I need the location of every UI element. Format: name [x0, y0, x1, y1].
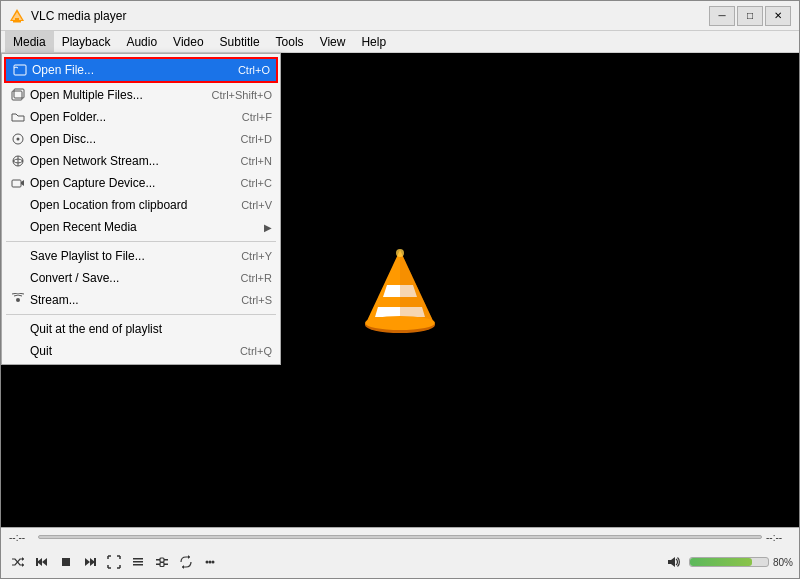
- svg-rect-33: [156, 559, 160, 561]
- svg-marker-44: [668, 557, 675, 567]
- menu-entry-quit-end[interactable]: Quit at the end of playlist: [2, 318, 280, 340]
- prev-button[interactable]: [31, 551, 53, 573]
- svg-rect-34: [164, 559, 168, 561]
- close-button[interactable]: ✕: [765, 6, 791, 26]
- minimize-button[interactable]: ─: [709, 6, 735, 26]
- save-playlist-shortcut: Ctrl+Y: [241, 250, 272, 262]
- menu-entry-open-multiple[interactable]: Open Multiple Files... Ctrl+Shift+O: [2, 84, 280, 106]
- quit-label: Quit: [30, 344, 220, 358]
- bottom-controls: --:-- --:--: [1, 527, 799, 578]
- svg-rect-32: [133, 564, 143, 566]
- svg-marker-24: [42, 558, 47, 566]
- svg-rect-11: [12, 180, 21, 187]
- title-bar: VLC media player ─ □ ✕: [1, 1, 799, 31]
- svg-rect-25: [36, 558, 38, 566]
- svg-point-19: [365, 316, 435, 330]
- separator-1: [6, 241, 276, 242]
- menu-entry-open-folder[interactable]: Open Folder... Ctrl+F: [2, 106, 280, 128]
- menu-subtitle[interactable]: Subtitle: [212, 31, 268, 52]
- svg-rect-3: [13, 21, 21, 23]
- menu-entry-stream[interactable]: Stream... Ctrl+S: [2, 289, 280, 311]
- svg-marker-21: [22, 557, 24, 561]
- seek-time-start: --:--: [9, 532, 34, 543]
- svg-rect-35: [160, 558, 164, 562]
- svg-rect-29: [94, 558, 96, 566]
- stream-shortcut: Ctrl+S: [241, 294, 272, 306]
- svg-rect-38: [160, 563, 164, 567]
- menu-entry-save-playlist[interactable]: Save Playlist to File... Ctrl+Y: [2, 245, 280, 267]
- svg-point-42: [209, 561, 212, 564]
- save-playlist-icon: [10, 248, 26, 264]
- volume-area: 80%: [663, 551, 793, 573]
- toggle-playlist-button[interactable]: [127, 551, 149, 573]
- menu-entry-convert[interactable]: Convert / Save... Ctrl+R: [2, 267, 280, 289]
- random-button[interactable]: [199, 551, 221, 573]
- mute-button[interactable]: [663, 551, 685, 573]
- app-icon: [9, 8, 25, 24]
- svg-marker-40: [182, 565, 184, 569]
- open-recent-icon: [10, 219, 26, 235]
- stop-button[interactable]: [55, 551, 77, 573]
- menu-view[interactable]: View: [312, 31, 354, 52]
- menu-entry-open-recent[interactable]: Open Recent Media ▶: [2, 216, 280, 238]
- open-capture-icon: [10, 175, 26, 191]
- volume-label: 80%: [773, 557, 793, 568]
- stream-label: Stream...: [30, 293, 221, 307]
- open-recent-label: Open Recent Media: [30, 220, 256, 234]
- menu-entry-open-location[interactable]: Open Location from clipboard Ctrl+V: [2, 194, 280, 216]
- convert-icon: [10, 270, 26, 286]
- menu-tools[interactable]: Tools: [268, 31, 312, 52]
- menu-playback[interactable]: Playback: [54, 31, 119, 52]
- quit-end-label: Quit at the end of playlist: [30, 322, 272, 336]
- volume-bar[interactable]: [689, 557, 769, 567]
- svg-rect-30: [133, 558, 143, 560]
- svg-rect-2: [15, 18, 19, 21]
- seek-bar[interactable]: [38, 535, 762, 539]
- open-capture-label: Open Capture Device...: [30, 176, 221, 190]
- maximize-button[interactable]: □: [737, 6, 763, 26]
- menu-audio[interactable]: Audio: [118, 31, 165, 52]
- seek-time-end: --:--: [766, 532, 791, 543]
- svg-marker-28: [85, 558, 90, 566]
- volume-fill: [690, 558, 752, 566]
- open-folder-shortcut: Ctrl+F: [242, 111, 272, 123]
- svg-marker-39: [188, 555, 190, 559]
- open-disc-label: Open Disc...: [30, 132, 221, 146]
- controls-row: 80%: [1, 546, 799, 578]
- open-network-shortcut: Ctrl+N: [241, 155, 272, 167]
- menu-entry-quit[interactable]: Quit Ctrl+Q: [2, 340, 280, 362]
- open-multiple-label: Open Multiple Files...: [30, 88, 191, 102]
- seek-bar-area: --:-- --:--: [1, 528, 799, 546]
- menu-entry-open-capture[interactable]: Open Capture Device... Ctrl+C: [2, 172, 280, 194]
- svg-marker-22: [22, 563, 24, 567]
- svg-rect-36: [156, 564, 160, 566]
- open-file-shortcut: Ctrl+O: [238, 64, 270, 76]
- shuffle-button[interactable]: [7, 551, 29, 573]
- loop-button[interactable]: [175, 551, 197, 573]
- next-button[interactable]: [79, 551, 101, 573]
- open-multiple-shortcut: Ctrl+Shift+O: [211, 89, 272, 101]
- media-dropdown-menu: Open File... Ctrl+O Open Multiple Files.…: [1, 53, 281, 365]
- open-location-icon: [10, 197, 26, 213]
- menu-help[interactable]: Help: [353, 31, 394, 52]
- menu-bar: Media Playback Audio Video Subtitle Tool…: [1, 31, 799, 53]
- svg-point-43: [212, 561, 215, 564]
- stream-icon: [10, 292, 26, 308]
- menu-entry-open-disc[interactable]: Open Disc... Ctrl+D: [2, 128, 280, 150]
- quit-shortcut: Ctrl+Q: [240, 345, 272, 357]
- menu-video[interactable]: Video: [165, 31, 211, 52]
- fullscreen-button[interactable]: [103, 551, 125, 573]
- window-title: VLC media player: [31, 9, 709, 23]
- quit-end-icon: [10, 321, 26, 337]
- svg-marker-17: [400, 250, 435, 325]
- vlc-logo: [360, 245, 440, 335]
- svg-rect-31: [133, 561, 143, 563]
- open-file-label: Open File...: [32, 63, 218, 77]
- menu-media[interactable]: Media: [5, 31, 54, 52]
- menu-entry-open-file[interactable]: Open File... Ctrl+O: [4, 57, 278, 83]
- menu-entry-open-network[interactable]: Open Network Stream... Ctrl+N: [2, 150, 280, 172]
- submenu-arrow-icon: ▶: [264, 222, 272, 233]
- open-location-label: Open Location from clipboard: [30, 198, 221, 212]
- vlc-window: VLC media player ─ □ ✕ Media Playback Au…: [0, 0, 800, 579]
- extended-settings-button[interactable]: [151, 551, 173, 573]
